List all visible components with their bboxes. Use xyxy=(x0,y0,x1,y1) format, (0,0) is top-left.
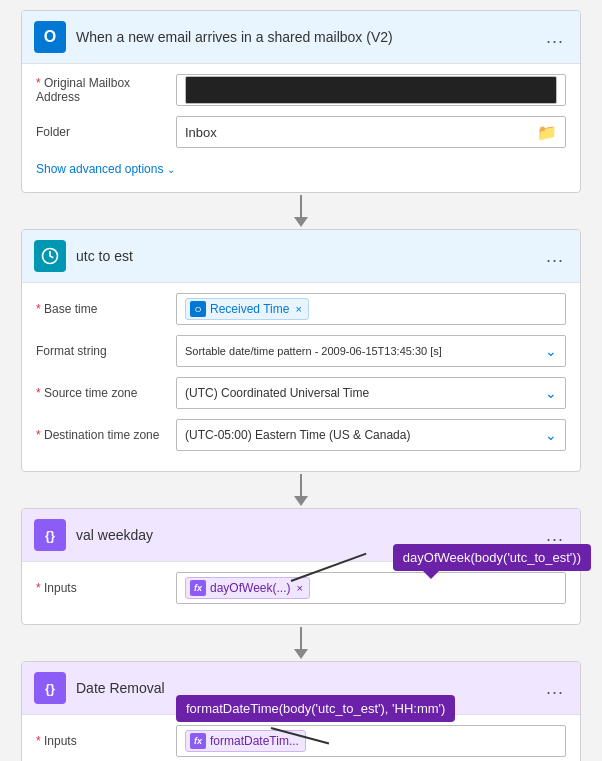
arrow-head-3 xyxy=(294,649,308,659)
received-time-token[interactable]: O Received Time × xyxy=(185,298,309,320)
arrow-head-1 xyxy=(294,217,308,227)
dest-tz-row: Destination time zone (UTC-05:00) Easter… xyxy=(36,419,566,451)
format-string-row: Format string Sortable date/time pattern… xyxy=(36,335,566,367)
connector-2 xyxy=(294,472,308,508)
chevron-down-icon: ⌄ xyxy=(167,164,175,175)
fx-icon-2: fx xyxy=(190,733,206,749)
source-tz-chevron-icon: ⌄ xyxy=(545,385,557,401)
masked-value xyxy=(185,76,557,104)
folder-row: Folder Inbox 📁 xyxy=(36,116,566,148)
val-weekday-input[interactable]: fx dayOfWeek(...) × xyxy=(176,572,566,604)
received-time-token-label: Received Time xyxy=(210,302,289,316)
base-time-input[interactable]: O Received Time × xyxy=(176,293,566,325)
format-string-dropdown[interactable]: Sortable date/time pattern - 2009-06-15T… xyxy=(176,335,566,367)
date-removal-inputs-label: Inputs xyxy=(36,734,166,748)
dest-tz-dropdown[interactable]: (UTC-05:00) Eastern Time (US & Canada) ⌄ xyxy=(176,419,566,451)
fx-icon-1: fx xyxy=(190,580,206,596)
val-weekday-body: Inputs fx dayOfWeek(...) × xyxy=(22,562,580,624)
original-mailbox-row: Original Mailbox Address xyxy=(36,74,566,106)
original-mailbox-input[interactable] xyxy=(176,74,566,106)
folder-input[interactable]: Inbox 📁 xyxy=(176,116,566,148)
clock-icon-container xyxy=(34,240,66,272)
original-mailbox-label: Original Mailbox Address xyxy=(36,76,166,104)
date-removal-callout: formatDateTime(body('utc_to_est'), 'HH:m… xyxy=(176,695,455,722)
format-string-label: Format string xyxy=(36,344,166,358)
format-string-value: Sortable date/time pattern - 2009-06-15T… xyxy=(185,345,442,357)
email-trigger-header: O When a new email arrives in a shared m… xyxy=(22,11,580,64)
arrow-line-1 xyxy=(300,195,302,217)
source-tz-label: Source time zone xyxy=(36,386,166,400)
code-braces-icon: {} xyxy=(45,528,55,543)
email-trigger-more-button[interactable]: ... xyxy=(542,27,568,48)
received-time-token-remove[interactable]: × xyxy=(295,303,301,315)
connector-3 xyxy=(294,625,308,661)
val-weekday-wrapper: dayOfWeek(body('utc_to_est')) {} val wee… xyxy=(21,508,581,625)
date-removal-input[interactable]: fx formatDateTim... xyxy=(176,725,566,757)
code-icon-container: {} xyxy=(34,519,66,551)
source-tz-value: (UTC) Coordinated Universal Time xyxy=(185,386,369,400)
email-trigger-title: When a new email arrives in a shared mai… xyxy=(76,29,532,45)
format-datetime-token-label: formatDateTim... xyxy=(210,734,299,748)
folder-value: Inbox xyxy=(185,125,217,140)
val-weekday-callout: dayOfWeek(body('utc_to_est')) xyxy=(393,544,591,571)
val-weekday-title: val weekday xyxy=(76,527,532,543)
dest-tz-chevron-icon: ⌄ xyxy=(545,427,557,443)
arrow-head-2 xyxy=(294,496,308,506)
day-of-week-token-remove[interactable]: × xyxy=(296,582,302,594)
arrow-line-3 xyxy=(300,627,302,649)
outlook-icon: O xyxy=(34,21,66,53)
val-weekday-more-button[interactable]: ... xyxy=(542,525,568,546)
connector-1 xyxy=(294,193,308,229)
utc-to-est-more-button[interactable]: ... xyxy=(542,246,568,267)
email-trigger-card: O When a new email arrives in a shared m… xyxy=(21,10,581,193)
utc-to-est-card: utc to est ... Base time O Received Time… xyxy=(21,229,581,472)
val-weekday-inputs-label: Inputs xyxy=(36,581,166,595)
show-advanced-options-link[interactable]: Show advanced options ⌄ xyxy=(36,158,566,182)
clock-svg-icon xyxy=(40,246,60,266)
format-string-chevron-icon: ⌄ xyxy=(545,343,557,359)
advanced-options-label: Show advanced options xyxy=(36,162,163,176)
folder-icon: 📁 xyxy=(537,123,557,142)
utc-to-est-body: Base time O Received Time × Format strin… xyxy=(22,283,580,471)
source-tz-row: Source time zone (UTC) Coordinated Unive… xyxy=(36,377,566,409)
day-of-week-token-label: dayOfWeek(...) xyxy=(210,581,290,595)
source-tz-dropdown[interactable]: (UTC) Coordinated Universal Time ⌄ xyxy=(176,377,566,409)
date-removal-more-button[interactable]: ... xyxy=(542,678,568,699)
utc-to-est-title: utc to est xyxy=(76,248,532,264)
utc-to-est-header: utc to est ... xyxy=(22,230,580,283)
folder-label: Folder xyxy=(36,125,166,139)
dest-tz-label: Destination time zone xyxy=(36,428,166,442)
base-time-row: Base time O Received Time × xyxy=(36,293,566,325)
date-removal-title: Date Removal xyxy=(76,680,532,696)
arrow-line-2 xyxy=(300,474,302,496)
date-removal-code-icon: {} xyxy=(34,672,66,704)
flow-container: O When a new email arrives in a shared m… xyxy=(10,10,592,761)
outlook-token-icon: O xyxy=(190,301,206,317)
date-removal-inputs-row: Inputs fx formatDateTim... xyxy=(36,725,566,757)
dest-tz-value: (UTC-05:00) Eastern Time (US & Canada) xyxy=(185,428,410,442)
date-removal-wrapper: formatDateTime(body('utc_to_est'), 'HH:m… xyxy=(21,661,581,761)
date-removal-braces-icon: {} xyxy=(45,681,55,696)
base-time-label: Base time xyxy=(36,302,166,316)
email-trigger-body: Original Mailbox Address Folder Inbox 📁 … xyxy=(22,64,580,192)
